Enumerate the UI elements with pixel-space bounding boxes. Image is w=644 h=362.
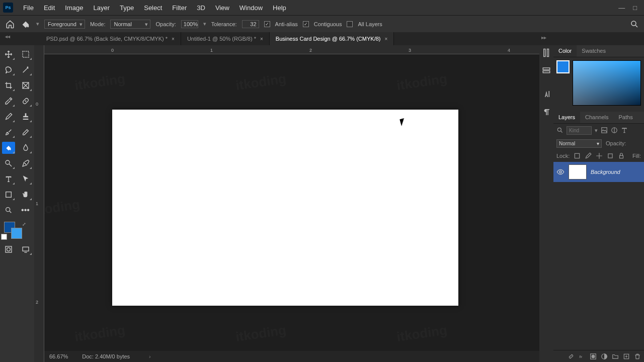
background-swatch[interactable] — [11, 228, 22, 239]
layer-blend-row: Normal Opacity: — [553, 137, 644, 150]
path-select-tool[interactable] — [19, 173, 32, 185]
menu-help[interactable]: Help — [268, 2, 291, 14]
search-icon[interactable] — [556, 127, 564, 134]
visibility-eye-icon[interactable] — [556, 168, 565, 176]
home-icon[interactable] — [5, 20, 15, 29]
shape-tool[interactable] — [2, 189, 15, 201]
crop-tool[interactable] — [2, 79, 15, 92]
tolerance-input[interactable]: 32 — [242, 20, 259, 28]
doc-tab-2[interactable]: Untitled-1 @ 50% (RGB/8) * × — [181, 32, 270, 45]
quickmask-tool[interactable] — [2, 243, 15, 255]
brush-tool[interactable] — [2, 111, 15, 123]
mode-select[interactable]: Normal — [110, 20, 150, 29]
collapse-panels-icon[interactable]: ►► — [540, 35, 545, 40]
menu-edit[interactable]: Edit — [39, 2, 60, 14]
tab-color[interactable]: Color — [553, 45, 577, 57]
all-layers-checkbox[interactable] — [347, 21, 353, 27]
link-icon[interactable] — [568, 353, 575, 360]
antialias-checkbox[interactable] — [264, 21, 270, 27]
history-brush-tool[interactable] — [2, 126, 15, 138]
close-icon[interactable]: × — [260, 36, 263, 42]
mask-icon[interactable] — [590, 353, 597, 360]
menu-layer[interactable]: Layer — [89, 2, 115, 14]
lock-transparent-icon[interactable] — [574, 152, 581, 159]
menu-file[interactable]: File — [18, 2, 39, 14]
contiguous-checkbox[interactable] — [303, 21, 309, 27]
paragraph-icon[interactable] — [542, 108, 551, 117]
filter-type-icon[interactable] — [621, 127, 628, 134]
lasso-tool[interactable] — [2, 64, 15, 76]
menu-view[interactable]: View — [210, 2, 234, 14]
adjustment-icon[interactable] — [601, 353, 608, 360]
tab-channels[interactable]: Channels — [580, 112, 613, 123]
tab-swatches[interactable]: Swatches — [577, 45, 611, 57]
minimize-button[interactable]: — — [618, 4, 625, 12]
tab-paths[interactable]: Paths — [614, 112, 638, 123]
screenmode-tool[interactable] — [19, 243, 32, 255]
blur-tool[interactable] — [19, 142, 32, 154]
canvas[interactable] — [112, 110, 458, 306]
lock-artboard-icon[interactable] — [607, 152, 614, 159]
svg-text:fx: fx — [579, 354, 583, 358]
color-swatches[interactable]: ⤢ — [2, 222, 32, 240]
swap-colors-icon[interactable]: ⤢ — [22, 222, 26, 227]
move-tool[interactable] — [2, 48, 15, 60]
filter-image-icon[interactable] — [601, 127, 608, 134]
history-icon[interactable] — [542, 66, 551, 75]
type-tool[interactable] — [2, 173, 15, 185]
hand-tool[interactable] — [19, 189, 32, 201]
tab-layers[interactable]: Layers — [553, 112, 580, 123]
brushes-icon[interactable] — [542, 48, 551, 57]
pen-tool[interactable] — [19, 157, 32, 169]
menu-3d[interactable]: 3D — [192, 2, 210, 14]
lock-brush-icon[interactable] — [585, 152, 592, 159]
paint-bucket-icon[interactable] — [20, 19, 31, 30]
close-icon[interactable]: × — [172, 36, 175, 42]
lock-move-icon[interactable] — [596, 152, 603, 159]
lock-all-icon[interactable] — [618, 152, 625, 159]
fill-mode-select[interactable]: Foreground — [44, 20, 85, 29]
menu-image[interactable]: Image — [60, 2, 88, 14]
character-icon[interactable] — [542, 89, 551, 99]
doc-tab-1[interactable]: PSD.psd @ 66.7% (Back Side, CMYK/8/CMYK)… — [40, 32, 181, 45]
maximize-button[interactable]: □ — [633, 4, 637, 12]
zoom-level[interactable]: 66.67% — [49, 353, 68, 359]
menu-type[interactable]: Type — [115, 2, 139, 14]
doc-tab-label: PSD.psd @ 66.7% (Back Side, CMYK/8/CMYK)… — [46, 36, 168, 42]
default-colors-icon[interactable] — [2, 235, 7, 240]
layer-filter-input[interactable] — [567, 126, 592, 135]
menu-select[interactable]: Select — [139, 2, 167, 14]
trash-icon[interactable] — [634, 353, 641, 360]
wand-tool[interactable] — [19, 64, 32, 76]
svg-point-0 — [631, 21, 636, 26]
opacity-input[interactable]: 100% — [181, 20, 198, 28]
stamp-tool[interactable] — [19, 111, 32, 123]
layer-row-background[interactable]: Background — [553, 162, 644, 182]
marquee-tool[interactable] — [19, 48, 32, 60]
status-chevron-icon[interactable]: › — [149, 353, 151, 359]
layer-thumbnail[interactable] — [569, 164, 587, 179]
color-field[interactable] — [573, 60, 641, 106]
frame-tool[interactable] — [19, 79, 32, 92]
color-panel-swatch[interactable] — [556, 60, 570, 73]
window-controls: — □ — [618, 4, 641, 12]
eyedropper-tool[interactable] — [2, 95, 15, 107]
expand-toolbar-icon[interactable]: ◄◄ — [4, 34, 9, 39]
dodge-tool[interactable] — [2, 157, 15, 169]
menu-filter[interactable]: Filter — [167, 2, 192, 14]
healing-tool[interactable] — [19, 95, 32, 107]
folder-icon[interactable] — [612, 353, 619, 360]
close-icon[interactable]: × — [384, 36, 387, 42]
doc-tab-3[interactable]: Business Card Design @ 66.7% (CMYK/8) × — [270, 32, 394, 45]
fx-icon[interactable]: fx — [579, 353, 586, 360]
search-icon[interactable] — [630, 20, 639, 29]
more-tool[interactable]: ••• — [19, 204, 32, 216]
blend-mode-select[interactable]: Normal — [556, 139, 602, 148]
filter-adjust-icon[interactable] — [611, 127, 618, 134]
zoom-tool[interactable] — [2, 204, 15, 216]
new-layer-icon[interactable] — [623, 353, 630, 360]
eraser-tool[interactable] — [19, 126, 32, 138]
menu-window[interactable]: Window — [234, 2, 268, 14]
bucket-tool[interactable] — [2, 142, 15, 154]
canvas-area[interactable]: itkoding itkoding itkoding itkoding itko… — [44, 54, 539, 351]
